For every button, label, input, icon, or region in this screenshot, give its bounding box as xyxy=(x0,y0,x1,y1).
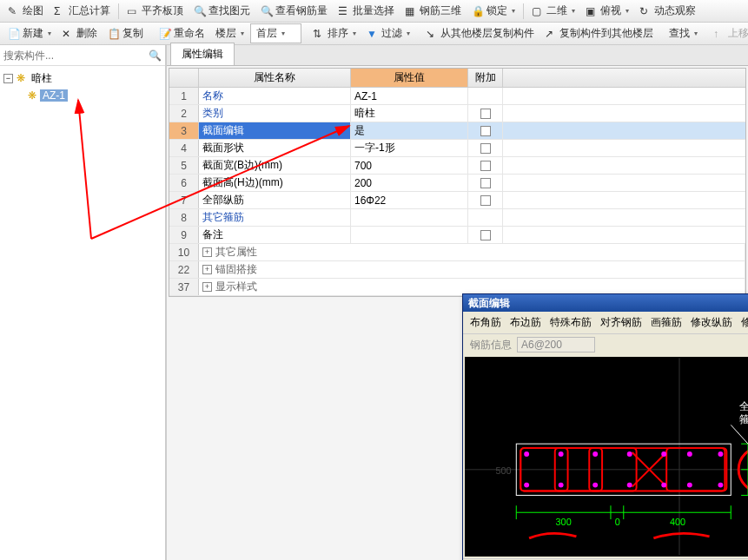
rename-button[interactable]: 📝重命名 xyxy=(155,24,209,43)
delete-icon: ✕ xyxy=(62,28,74,40)
find-button[interactable]: 查找 xyxy=(665,24,702,43)
row-value[interactable] xyxy=(351,227,468,243)
sigma-icon: Σ xyxy=(54,5,66,17)
grid-row-8[interactable]: 8其它箍筋 xyxy=(169,209,745,227)
rebar-info-input[interactable] xyxy=(517,337,595,352)
edge-rebar-button[interactable]: 布边筋 xyxy=(510,315,541,330)
checkbox[interactable] xyxy=(480,195,491,206)
checkbox[interactable] xyxy=(480,109,491,119)
floor-button[interactable]: 楼层 xyxy=(211,24,248,43)
group-name: +锚固搭接 xyxy=(199,261,745,278)
row-extra[interactable] xyxy=(468,122,503,139)
corner-rebar-button[interactable]: 布角筋 xyxy=(470,315,501,330)
grid-row-5[interactable]: 5截面宽(B边)(mm)700 xyxy=(169,157,745,175)
row-extra[interactable] xyxy=(468,105,503,122)
row-value[interactable]: 一字-1形 xyxy=(351,140,468,156)
move-up-button[interactable]: ↑上移 xyxy=(709,24,748,43)
grid-row-6[interactable]: 6截面高(H边)(mm)200 xyxy=(169,175,745,192)
grid-row-1[interactable]: 1名称AZ-1 xyxy=(169,88,745,105)
copy-from-floor-button[interactable]: ↘从其他楼层复制构件 xyxy=(421,24,539,43)
section-canvas[interactable]: 300 0 400 100 100 500 全部纵筋 16C22 箍筋 A6@2… xyxy=(465,357,748,557)
tree-root-label: 暗柱 xyxy=(29,71,55,86)
item-icon: ❋ xyxy=(28,89,36,102)
first-floor-select[interactable]: 首层 xyxy=(250,23,301,43)
checkbox[interactable] xyxy=(480,161,491,171)
row-extra[interactable] xyxy=(468,157,503,174)
align-rebar-button[interactable]: 对齐钢筋 xyxy=(600,315,642,330)
grid-row-4[interactable]: 4截面形状一字-1形 xyxy=(169,140,745,157)
modify-stirrup-button[interactable]: 修改箍筋 xyxy=(741,315,748,330)
svg-point-19 xyxy=(592,483,598,488)
tree-item-az1[interactable]: ❋ AZ-1 xyxy=(3,87,162,104)
lock-button[interactable]: 🔒锁定 xyxy=(467,2,520,20)
dialog-title[interactable]: 截面编辑 xyxy=(463,294,748,312)
row-num: 5 xyxy=(169,157,199,174)
grid-row-9[interactable]: 9备注 xyxy=(169,227,745,244)
search-icon: 🔍 xyxy=(194,5,206,17)
row-value[interactable]: 16Φ22 xyxy=(351,192,468,208)
checkbox[interactable] xyxy=(480,143,491,154)
row-extra[interactable] xyxy=(468,88,503,104)
flat-button[interactable]: ▭平齐板顶 xyxy=(122,2,188,20)
tab-properties[interactable]: 属性编辑 xyxy=(170,43,235,65)
svg-point-21 xyxy=(661,483,666,488)
copy-to-floor-button[interactable]: ↗复制构件到其他楼层 xyxy=(540,24,658,43)
svg-text:400: 400 xyxy=(670,517,685,527)
row-value[interactable]: AZ-1 xyxy=(351,88,468,104)
tree-root[interactable]: − ❋ 暗柱 xyxy=(3,69,162,87)
checkbox[interactable] xyxy=(480,178,491,188)
checkbox[interactable] xyxy=(480,230,491,240)
grid-group-22[interactable]: 22+锚固搭接 xyxy=(169,261,745,279)
row-name: 截面编辑 xyxy=(199,122,351,139)
draw-button[interactable]: ✎绘图 xyxy=(3,2,48,20)
sort-button[interactable]: ⇅排序 xyxy=(308,24,361,43)
new-button[interactable]: 📄新建 xyxy=(3,24,56,43)
copy-button[interactable]: 📋复制 xyxy=(103,24,148,43)
batch-select-button[interactable]: ☰批量选择 xyxy=(334,2,399,20)
row-num: 3 xyxy=(169,122,199,139)
row-value[interactable] xyxy=(351,209,468,226)
row-extra[interactable] xyxy=(468,175,503,191)
row-num: 2 xyxy=(169,105,199,122)
row-extra[interactable] xyxy=(468,227,503,243)
rebar-3d-button[interactable]: ▦钢筋三维 xyxy=(400,2,466,20)
expand-icon[interactable]: + xyxy=(202,265,212,274)
dynamic-view-button[interactable]: ↻动态观察 xyxy=(635,2,700,20)
grid-row-3[interactable]: 3截面编辑是 xyxy=(169,122,745,140)
two-d-button[interactable]: ▢二维 xyxy=(527,2,579,20)
row-num: 22 xyxy=(169,261,199,278)
row-extra[interactable] xyxy=(468,192,503,208)
rebar-qty-button[interactable]: 🔍查看钢筋量 xyxy=(256,2,332,20)
grid-group-10[interactable]: 10+其它属性 xyxy=(169,244,745,261)
row-value[interactable]: 是 xyxy=(351,122,468,139)
delete-button[interactable]: ✕删除 xyxy=(57,24,102,43)
collapse-icon[interactable]: − xyxy=(3,74,13,83)
grid-row-2[interactable]: 2类别暗柱 xyxy=(169,105,745,122)
svg-text:500: 500 xyxy=(495,465,511,476)
checkbox[interactable] xyxy=(480,126,491,136)
sum-button[interactable]: Σ汇总计算 xyxy=(50,2,115,20)
batch-icon: ☰ xyxy=(338,5,350,17)
row-value[interactable]: 暗柱 xyxy=(351,105,468,122)
svg-text:箍筋: 箍筋 xyxy=(739,413,748,425)
row-extra[interactable] xyxy=(468,140,503,156)
copy-to-icon: ↗ xyxy=(545,28,557,40)
expand-icon[interactable]: + xyxy=(202,282,212,292)
top-view-button[interactable]: ▣俯视 xyxy=(581,2,633,20)
orbit-icon: ↻ xyxy=(639,5,652,17)
row-num: 8 xyxy=(169,209,199,226)
grid-row-7[interactable]: 7全部纵筋16Φ22 xyxy=(169,192,745,209)
row-value[interactable]: 200 xyxy=(351,175,468,191)
search-input[interactable] xyxy=(3,49,149,62)
draw-stirrup-button[interactable]: 画箍筋 xyxy=(651,315,682,330)
row-extra[interactable] xyxy=(468,209,503,226)
find-element-button[interactable]: 🔍查找图元 xyxy=(189,2,255,20)
row-value[interactable]: 700 xyxy=(351,157,468,174)
special-rebar-button[interactable]: 特殊布筋 xyxy=(550,315,592,330)
row-name: 名称 xyxy=(199,88,351,104)
search-go-icon[interactable]: 🔍 xyxy=(149,49,162,62)
tree-item-label: AZ-1 xyxy=(40,89,68,102)
modify-long-button[interactable]: 修改纵筋 xyxy=(691,315,732,330)
expand-icon[interactable]: + xyxy=(202,247,212,257)
filter-button[interactable]: ▼过滤 xyxy=(362,24,414,43)
